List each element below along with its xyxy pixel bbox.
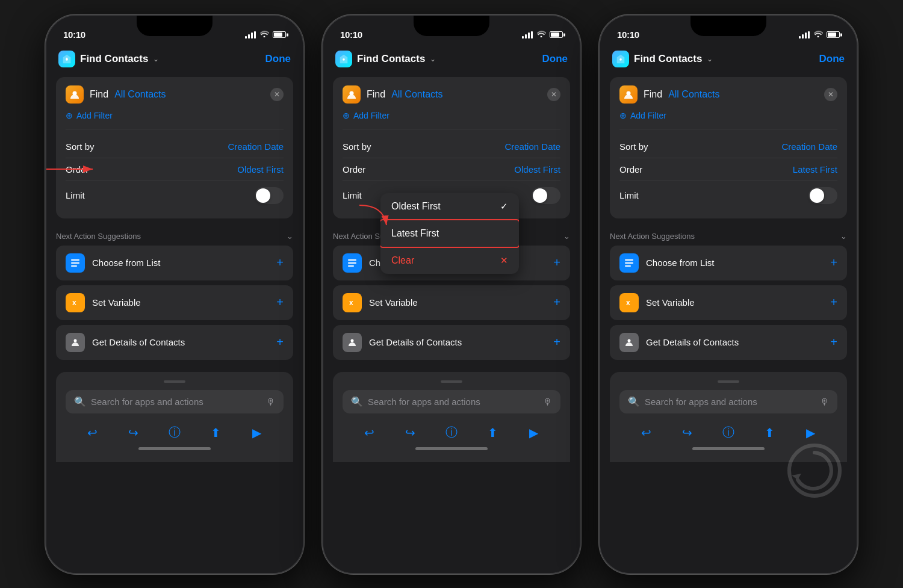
divider-3 xyxy=(619,129,837,129)
card-title-group-1: Find All Contacts xyxy=(66,85,166,104)
suggestion-choose-plus-1[interactable]: + xyxy=(276,256,284,270)
toolbar-share-2[interactable]: ⬆ xyxy=(482,422,503,444)
toolbar-back-1[interactable]: ↩ xyxy=(81,422,103,444)
suggestions-chevron-1[interactable]: ⌄ xyxy=(287,232,293,241)
toolbar-play-1[interactable]: ▶ xyxy=(246,422,268,444)
close-button-1[interactable]: ✕ xyxy=(270,88,284,101)
suggestions-chevron-2[interactable]: ⌄ xyxy=(563,232,570,241)
nav-chevron-2: ⌄ xyxy=(430,55,436,63)
home-indicator-1 xyxy=(138,447,211,450)
search-bar-3[interactable]: 🔍 Search for apps and actions 🎙 xyxy=(619,390,837,413)
phone-frame-3: 10:10 xyxy=(599,14,858,574)
search-bar-2[interactable]: 🔍 Search for apps and actions 🎙 xyxy=(343,390,560,413)
suggestion-item-getdetails-2[interactable]: Get Details of Contacts + xyxy=(333,325,570,360)
status-bar-1: 10:10 xyxy=(46,16,303,46)
limit-label-3: Limit xyxy=(619,190,639,200)
sort-by-row-1[interactable]: Sort by Creation Date xyxy=(66,135,284,158)
battery-icon-2 xyxy=(550,31,563,38)
order-row-1[interactable]: Order Oldest First xyxy=(66,158,284,181)
close-button-2[interactable]: ✕ xyxy=(547,88,560,101)
limit-row-1[interactable]: Limit xyxy=(66,181,284,210)
limit-row-3[interactable]: Limit xyxy=(619,181,837,210)
search-bar-1[interactable]: 🔍 Search for apps and actions 🎙 xyxy=(66,390,284,413)
suggestion-getdetails-plus-2[interactable]: + xyxy=(553,335,560,349)
suggestion-setvariable-plus-1[interactable]: + xyxy=(276,296,284,309)
sort-by-row-2[interactable]: Sort by Creation Date xyxy=(343,135,560,158)
limit-toggle-1[interactable] xyxy=(255,187,284,204)
limit-toggle-3[interactable] xyxy=(808,187,837,204)
toolbar-forward-1[interactable]: ↪ xyxy=(123,422,144,444)
get-details-icon-1 xyxy=(66,333,85,352)
dropdown-latest-first-2[interactable]: Latest First xyxy=(380,220,519,247)
nav-title-text-2: Find Contacts xyxy=(357,53,425,65)
sort-by-value-2: Creation Date xyxy=(504,141,560,152)
order-row-2[interactable]: Order Oldest First xyxy=(343,158,560,181)
add-filter-3[interactable]: ⊕ Add Filter xyxy=(619,111,837,120)
suggestion-setvariable-plus-2[interactable]: + xyxy=(553,296,560,309)
battery-icon-3 xyxy=(827,31,840,38)
nav-chevron-3: ⌄ xyxy=(707,55,713,63)
dropdown-clear-2[interactable]: Clear ✕ xyxy=(380,247,519,274)
order-dropdown-2[interactable]: Oldest First ✓ Latest First Clear ✕ xyxy=(380,193,519,274)
mic-icon-1[interactable]: 🎙 xyxy=(266,397,275,407)
toolbar-info-1[interactable]: ⓘ xyxy=(164,422,185,444)
suggestion-item-setvariable-1[interactable]: x Set Variable + xyxy=(56,285,293,320)
suggestion-choose-plus-3[interactable]: + xyxy=(830,256,837,270)
toolbar-back-2[interactable]: ↩ xyxy=(358,422,380,444)
suggestions-chevron-3[interactable]: ⌄ xyxy=(840,232,847,241)
suggestion-item-getdetails-3[interactable]: Get Details of Contacts + xyxy=(610,325,847,360)
toolbar-share-3[interactable]: ⬆ xyxy=(759,422,780,444)
add-filter-label-1: Add Filter xyxy=(76,111,113,120)
suggestion-item-getdetails-1[interactable]: Get Details of Contacts + xyxy=(56,325,293,360)
add-filter-icon-3: ⊕ xyxy=(619,111,627,120)
svg-point-17 xyxy=(619,58,622,61)
svg-rect-19 xyxy=(625,259,633,261)
order-value-2: Oldest First xyxy=(514,164,560,175)
suggestion-item-choose-1[interactable]: Choose from List + xyxy=(56,246,293,280)
suggestion-choose-plus-2[interactable]: + xyxy=(553,256,560,270)
suggestion-item-setvariable-3[interactable]: x Set Variable + xyxy=(610,285,847,320)
toolbar-play-2[interactable]: ▶ xyxy=(523,422,545,444)
limit-toggle-2[interactable] xyxy=(532,187,560,204)
suggestion-setvariable-plus-3[interactable]: + xyxy=(830,296,837,309)
suggestion-getdetails-plus-1[interactable]: + xyxy=(276,335,284,349)
add-filter-2[interactable]: ⊕ Add Filter xyxy=(343,111,560,120)
all-contacts-label-2[interactable]: All Contacts xyxy=(391,89,442,100)
all-contacts-label-1[interactable]: All Contacts xyxy=(114,89,166,100)
suggestions-label-1: Next Action Suggestions xyxy=(56,232,141,241)
dropdown-oldest-first-2[interactable]: Oldest First ✓ xyxy=(380,193,519,220)
suggestion-item-setvariable-2[interactable]: x Set Variable + xyxy=(333,285,570,320)
order-value-1: Oldest First xyxy=(237,164,284,175)
mic-icon-2[interactable]: 🎙 xyxy=(543,397,552,407)
toolbar-back-3[interactable]: ↩ xyxy=(635,422,657,444)
add-filter-1[interactable]: ⊕ Add Filter xyxy=(66,111,284,120)
toolbar-info-3[interactable]: ⓘ xyxy=(718,422,739,444)
suggestion-getdetails-label-3: Get Details of Contacts xyxy=(646,337,823,347)
toolbar-forward-3[interactable]: ↪ xyxy=(677,422,698,444)
all-contacts-label-3[interactable]: All Contacts xyxy=(668,89,719,100)
nav-done-button-1[interactable]: Done xyxy=(265,53,291,65)
toolbar-forward-2[interactable]: ↪ xyxy=(400,422,421,444)
signal-icon-2 xyxy=(522,31,533,39)
close-button-3[interactable]: ✕ xyxy=(824,88,837,101)
nav-done-button-2[interactable]: Done xyxy=(542,53,568,65)
circular-icon-overlay-3 xyxy=(784,441,845,501)
choose-list-icon-2 xyxy=(343,253,362,273)
mic-icon-3[interactable]: 🎙 xyxy=(820,397,829,407)
toolbar-info-2[interactable]: ⓘ xyxy=(441,422,462,444)
get-details-icon-3 xyxy=(619,333,639,352)
suggestion-item-choose-3[interactable]: Choose from List + xyxy=(610,246,847,280)
order-row-3[interactable]: Order Latest First xyxy=(619,158,837,181)
signal-icon-1 xyxy=(245,31,256,39)
clear-label-2: Clear xyxy=(391,255,414,266)
sort-by-row-3[interactable]: Sort by Creation Date xyxy=(619,135,837,158)
main-content-3: Find All Contacts ✕ ⊕ Add Filter Sort by… xyxy=(600,73,857,573)
search-handle-3 xyxy=(718,380,739,383)
oldest-first-label-2: Oldest First xyxy=(391,201,441,212)
search-handle-2 xyxy=(441,380,462,383)
toolbar-share-1[interactable]: ⬆ xyxy=(205,422,226,444)
suggestion-getdetails-plus-3[interactable]: + xyxy=(830,335,837,349)
phone-frame-2: 10:10 xyxy=(322,14,581,574)
phone-2: 10:10 xyxy=(322,14,581,574)
nav-done-button-3[interactable]: Done xyxy=(819,53,845,65)
